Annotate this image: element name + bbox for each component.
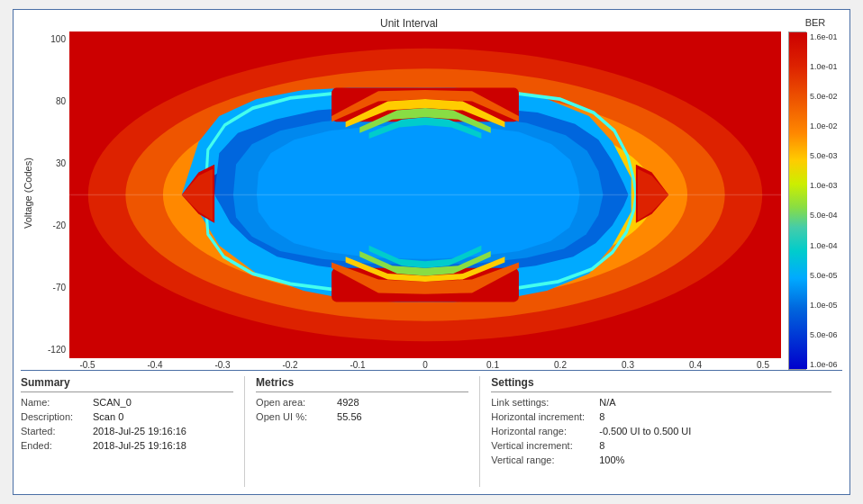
settings-v-increment-label: Vertical increment: — [491, 440, 599, 451]
cb-tick-3: 5.0e-02 — [810, 92, 838, 101]
settings-h-increment-row: Horizontal increment: 8 — [491, 411, 831, 422]
x-tick-03: 0.3 — [610, 360, 646, 370]
x-axis-title: Unit Interval — [37, 17, 781, 30]
y-tick-30: 30 — [56, 159, 66, 168]
colorbar-ticks: 1.6e-01 1.0e-01 5.0e-02 1.0e-02 5.0e-03 … — [806, 32, 838, 370]
settings-h-range-row: Horizontal range: -0.500 UI to 0.500 UI — [491, 426, 831, 436]
eye-diagram-svg — [69, 32, 781, 358]
metrics-open-ui-row: Open UI %: 55.56 — [256, 411, 468, 422]
settings-h-increment-value: 8 — [599, 411, 604, 422]
svg-rect-30 — [789, 32, 807, 369]
x-tick-05: 0.5 — [745, 360, 781, 370]
ber-label: BER — [788, 17, 842, 28]
summary-description-value: Scan 0 — [93, 411, 123, 422]
cb-tick-7: 5.0e-04 — [810, 211, 838, 220]
cb-tick-9: 5.0e-05 — [810, 271, 838, 280]
svg-marker-13 — [257, 125, 580, 259]
x-tick-n01: -0.1 — [340, 360, 376, 370]
summary-name-row: Name: SCAN_0 — [21, 397, 233, 408]
summary-description-label: Description: — [21, 411, 93, 422]
y-axis-label: Voltage (Codes) — [21, 17, 35, 370]
metrics-title: Metrics — [256, 376, 468, 392]
metrics-open-ui-value: 55.56 — [337, 411, 362, 422]
settings-v-increment-row: Vertical increment: 8 — [491, 440, 831, 451]
x-tick-n04: -0.4 — [137, 360, 173, 370]
x-tick-04: 0.4 — [677, 360, 713, 370]
chart-with-axes: Unit Interval 100 80 30 -20 -70 -120 — [37, 17, 781, 370]
x-tick-02: 0.2 — [542, 360, 578, 370]
summary-description-row: Description: Scan 0 — [21, 411, 233, 422]
cb-tick-6: 1.0e-03 — [810, 181, 838, 190]
summary-name-value: SCAN_0 — [93, 397, 132, 408]
summary-ended-label: Ended: — [21, 440, 93, 451]
cb-tick-2: 1.0e-01 — [810, 62, 838, 71]
settings-title: Settings — [491, 376, 831, 392]
summary-started-row: Started: 2018-Jul-25 19:16:16 — [21, 426, 233, 436]
x-tick-n05: -0.5 — [69, 360, 105, 370]
summary-ended-value: 2018-Jul-25 19:16:18 — [93, 440, 186, 451]
metrics-open-area-row: Open area: 4928 — [256, 397, 468, 408]
y-ticks: 100 80 30 -20 -70 -120 — [37, 32, 69, 358]
metrics-section: Metrics Open area: 4928 Open UI %: 55.56 — [256, 376, 480, 487]
settings-v-range-value: 100% — [599, 454, 624, 465]
y-tick-100: 100 — [50, 35, 66, 44]
summary-ended-row: Ended: 2018-Jul-25 19:16:18 — [21, 440, 233, 451]
settings-v-range-row: Vertical range: 100% — [491, 454, 831, 465]
y-tick-neg120: -120 — [48, 346, 66, 355]
settings-v-increment-value: 8 — [599, 440, 604, 451]
settings-section: Settings Link settings: N/A Horizontal i… — [491, 376, 842, 487]
bottom-panel: Summary Name: SCAN_0 Description: Scan 0… — [21, 370, 842, 487]
metrics-open-area-value: 4928 — [337, 397, 359, 408]
y-tick-neg70: -70 — [53, 284, 66, 292]
main-container: Voltage (Codes) Unit Interval 100 80 30 … — [13, 9, 850, 495]
x-tick-0: 0 — [407, 360, 443, 370]
x-tick-n03: -0.3 — [204, 360, 241, 370]
chart-inner: 100 80 30 -20 -70 -120 — [37, 32, 781, 358]
cb-tick-1: 1.6e-01 — [810, 32, 838, 41]
cb-tick-8: 1.0e-04 — [810, 241, 838, 250]
cb-tick-11: 5.0e-06 — [810, 330, 838, 339]
x-tick-n02: -0.2 — [272, 360, 308, 370]
y-tick-80: 80 — [56, 97, 66, 106]
summary-title: Summary — [21, 376, 233, 392]
settings-link-value: N/A — [599, 397, 615, 408]
cb-tick-5: 5.0e-03 — [810, 151, 838, 160]
settings-link-label: Link settings: — [491, 397, 599, 408]
summary-section: Summary Name: SCAN_0 Description: Scan 0… — [21, 376, 245, 487]
settings-h-range-label: Horizontal range: — [491, 426, 599, 436]
settings-v-range-label: Vertical range: — [491, 454, 599, 465]
plot-area — [69, 32, 781, 358]
metrics-open-ui-label: Open UI %: — [256, 411, 337, 422]
cb-tick-10: 1.0e-05 — [810, 301, 838, 310]
colorbar-inner: 1.6e-01 1.0e-01 5.0e-02 1.0e-02 5.0e-03 … — [788, 32, 842, 370]
summary-name-label: Name: — [21, 397, 93, 408]
summary-started-label: Started: — [21, 426, 93, 436]
cb-tick-12: 1.0e-06 — [810, 360, 838, 369]
metrics-open-area-label: Open area: — [256, 397, 337, 408]
settings-h-increment-label: Horizontal increment: — [491, 411, 599, 422]
x-tick-01: 0.1 — [475, 360, 511, 370]
chart-area: Voltage (Codes) Unit Interval 100 80 30 … — [21, 17, 842, 370]
y-tick-neg20: -20 — [53, 221, 66, 230]
settings-link-row: Link settings: N/A — [491, 397, 831, 408]
colorbar-area: BER — [788, 17, 842, 370]
colorbar-gradient — [788, 32, 806, 370]
summary-started-value: 2018-Jul-25 19:16:16 — [93, 426, 186, 436]
cb-tick-4: 1.0e-02 — [810, 122, 838, 130]
colorbar-svg — [789, 32, 807, 369]
settings-h-range-value: -0.500 UI to 0.500 UI — [599, 426, 691, 436]
